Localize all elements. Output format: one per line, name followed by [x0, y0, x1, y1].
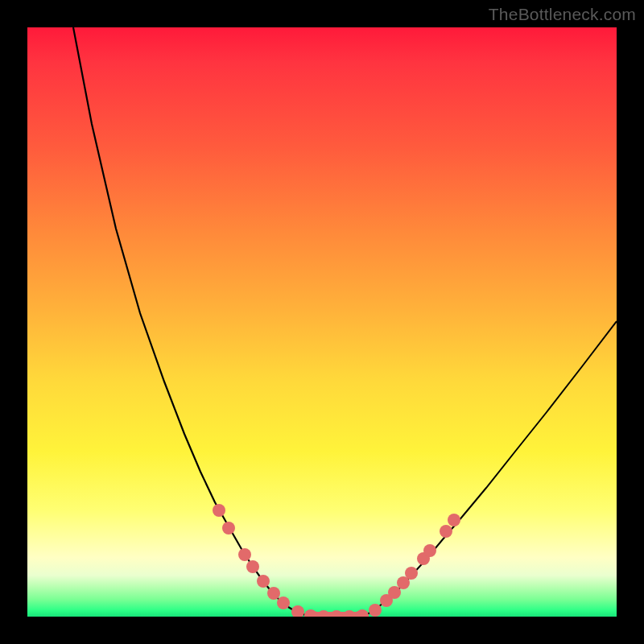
marker-dot: [257, 575, 270, 588]
marker-dot: [238, 548, 251, 561]
marker-dot: [448, 514, 460, 526]
curve-group: [73, 27, 617, 617]
marker-dot: [222, 522, 235, 535]
marker-dot: [440, 525, 452, 538]
watermark-text: TheBottleneck.com: [489, 5, 636, 24]
marker-dot: [423, 544, 436, 557]
marker-dot: [369, 604, 382, 617]
marker-dot: [356, 609, 369, 617]
marker-dot: [317, 610, 330, 617]
plot-area: [27, 27, 617, 617]
curve-left-branch: [73, 27, 309, 616]
marker-dot: [343, 610, 356, 617]
curve-right-branch: [364, 321, 617, 616]
marker-dot: [304, 609, 317, 617]
marker-dot: [267, 587, 280, 600]
curve-svg: [27, 27, 617, 617]
marker-dot: [388, 586, 401, 599]
marker-dot: [405, 567, 418, 580]
marker-dot: [277, 597, 290, 609]
marker-dot: [246, 560, 259, 573]
marker-dot: [291, 605, 304, 617]
marker-dot: [213, 504, 225, 517]
marker-dot: [330, 610, 343, 617]
chart-frame: TheBottleneck.com: [0, 0, 644, 644]
